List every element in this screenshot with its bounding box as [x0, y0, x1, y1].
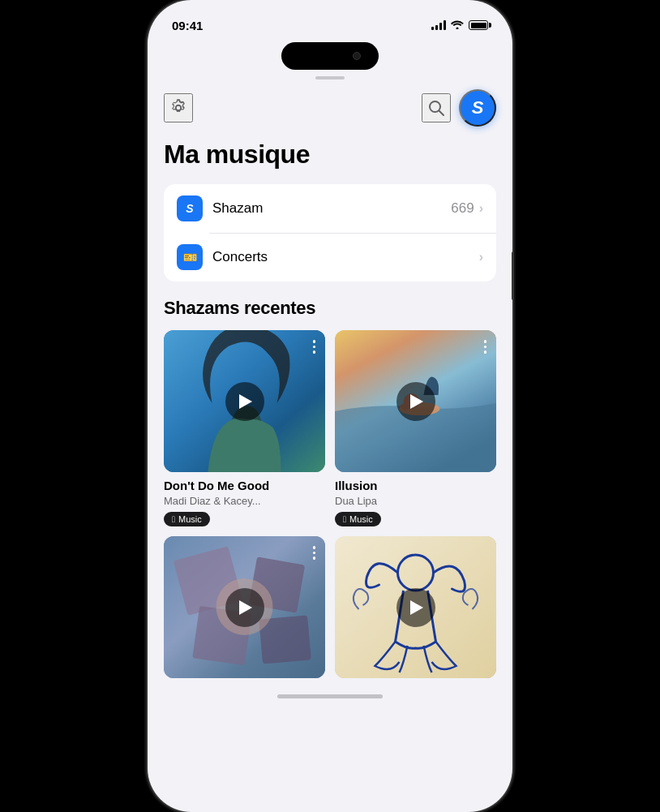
shazam-count: 669: [451, 200, 474, 217]
concerts-menu-icon-wrap: 🎫: [177, 244, 203, 270]
svg-text:S: S: [186, 202, 194, 215]
track-2-more-button[interactable]: [481, 337, 491, 357]
svg-text:🎫: 🎫: [183, 251, 198, 264]
svg-line-1: [439, 111, 444, 116]
track-thumbnail-4: [335, 536, 496, 678]
shazams-grid: Don't Do Me Good Madi Diaz & Kacey...  …: [164, 330, 496, 685]
concerts-chevron-icon: ›: [479, 250, 483, 264]
shazam-logo-letter: S: [472, 97, 484, 118]
track-thumbnail-1: [164, 330, 325, 472]
concerts-menu-item[interactable]: 🎫 Concerts ›: [164, 233, 496, 281]
shazam-menu-label: Shazam: [212, 200, 451, 217]
track-2-service-label: Music: [349, 514, 373, 524]
play-icon: [239, 600, 252, 615]
track-1-artist: Madi Diaz & Kacey...: [164, 495, 325, 507]
shazam-menu-icon-wrap: S: [177, 195, 203, 221]
top-bar: S: [164, 86, 496, 127]
track-2-artist: Dua Lipa: [335, 495, 496, 507]
track-card-3[interactable]: [164, 536, 325, 685]
track-1-apple-music-badge[interactable]:  Music: [164, 512, 210, 526]
apple-logo-icon-2: : [343, 514, 346, 524]
status-icons: [431, 19, 488, 32]
track-card-1[interactable]: Don't Do Me Good Madi Diaz & Kacey...  …: [164, 330, 325, 526]
track-1-more-button[interactable]: [310, 337, 319, 357]
track-2-apple-music-badge[interactable]:  Music: [335, 512, 381, 526]
wifi-icon: [451, 19, 464, 32]
search-icon: [426, 98, 446, 118]
track-1-play-button[interactable]: [225, 382, 264, 421]
camera-dot: [353, 52, 361, 60]
shazam-main-button[interactable]: S: [459, 89, 496, 127]
signal-icon: [431, 20, 446, 30]
track-card-4[interactable]: [335, 536, 496, 685]
track-card-2[interactable]: Illusion Dua Lipa  Music: [335, 330, 496, 526]
track-2-info: Illusion Dua Lipa  Music: [335, 479, 496, 526]
battery-icon: [469, 20, 488, 30]
concerts-menu-icon: 🎫: [182, 249, 198, 265]
shazam-menu-icon: S: [182, 200, 198, 217]
track-4-play-button[interactable]: [396, 588, 435, 627]
shazam-chevron-icon: ›: [479, 201, 483, 216]
track-3-more-button[interactable]: [310, 543, 319, 563]
home-indicator: [277, 694, 383, 698]
track-1-info: Don't Do Me Good Madi Diaz & Kacey...  …: [164, 479, 325, 526]
play-icon: [410, 600, 423, 615]
search-button[interactable]: [422, 93, 451, 122]
track-2-title: Illusion: [335, 479, 496, 493]
track-1-service-label: Music: [178, 514, 202, 524]
recent-section-title: Shazams recentes: [164, 298, 496, 319]
track-3-play-button[interactable]: [225, 588, 264, 627]
main-content: S Ma musique S Shazam 669 ›: [148, 79, 512, 685]
top-right-icons: S: [422, 89, 496, 127]
status-bar: 09:41: [148, 0, 512, 39]
menu-card: S Shazam 669 › 🎫 Concerts ›: [164, 184, 496, 281]
apple-logo-icon: : [172, 514, 175, 524]
concerts-menu-label: Concerts: [212, 249, 479, 265]
track-thumbnail-2: [335, 330, 496, 472]
page-title: Ma musique: [164, 140, 496, 170]
track-1-title: Don't Do Me Good: [164, 479, 325, 493]
play-icon: [239, 394, 252, 409]
status-time: 09:41: [172, 19, 203, 32]
phone-frame: 09:41: [148, 0, 512, 812]
play-icon: [410, 394, 423, 409]
volume-button: [512, 251, 512, 300]
settings-button[interactable]: [164, 93, 193, 122]
shazam-menu-item[interactable]: S Shazam 669 ›: [164, 184, 496, 233]
track-thumbnail-3: [164, 536, 325, 678]
gear-icon: [168, 97, 189, 118]
dynamic-island: [281, 42, 379, 70]
track-2-play-button[interactable]: [396, 382, 435, 421]
